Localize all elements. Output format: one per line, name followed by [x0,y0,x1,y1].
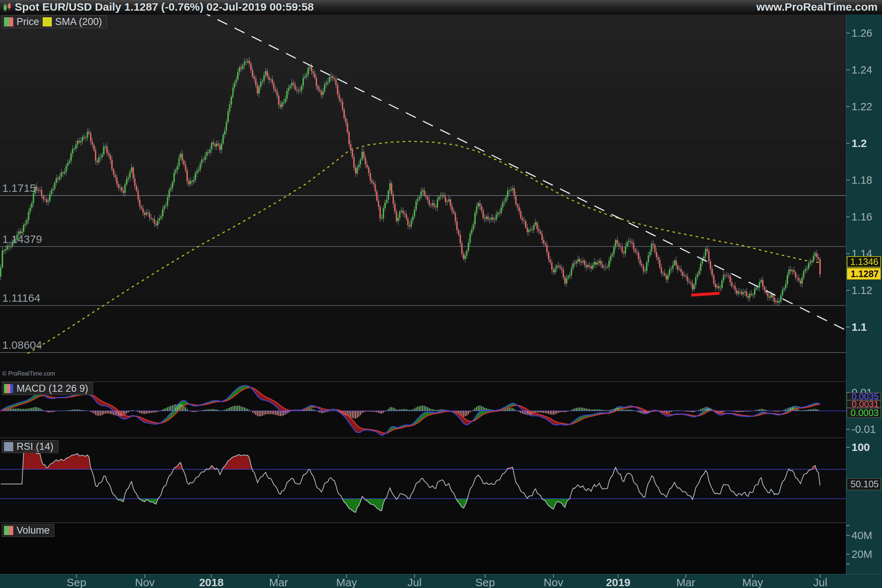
candle-body [692,284,693,290]
candle-body [223,135,224,144]
price-level-label: 1.1715 [2,182,36,194]
candle-body [429,200,430,205]
candle-body [180,154,181,158]
candle-body [348,132,350,144]
candle-body [260,82,261,87]
candle-body [508,190,510,191]
axis-tick [846,564,850,564]
rsi-panel[interactable] [0,440,846,523]
candle-body [290,86,291,88]
candle-body [160,216,161,219]
candle-body [663,273,664,274]
candle-body [568,276,569,278]
month-label: Jul [408,576,422,588]
candle-body [689,282,690,282]
candle-body [700,264,701,271]
candle-body [573,264,574,268]
legend-rsi[interactable]: RSI (14) [2,440,58,453]
candle-body [490,218,492,220]
candle-body [74,149,75,150]
candle-body [174,173,175,182]
axis-tick [846,554,850,555]
candle-body [556,266,557,268]
candle-body [764,286,765,290]
candle-body [571,268,572,275]
candle-body [607,267,608,267]
legend-macd[interactable]: MACD (12 26 9) [2,382,93,395]
candle-body [795,272,796,277]
candle-body [458,230,459,235]
candle-body [396,212,397,221]
price-panel[interactable] [0,14,846,381]
axis-tick [846,447,850,448]
candle-body [657,257,658,260]
candle-body [324,84,325,92]
candle-body [420,192,422,197]
axis-tick [846,69,850,70]
candle-body [483,211,484,218]
candle-body [465,255,466,259]
volume-panel[interactable] [0,524,846,574]
month-label: Nov [135,576,154,588]
price-axis-label: 1.12 [852,284,872,296]
rsi-axis-label: 100 [852,441,870,453]
candle-body [454,213,456,222]
candle-body [621,246,622,252]
candle-body [589,265,590,266]
candle-body [704,256,705,259]
candle-body [777,301,778,303]
candle-body [666,275,667,279]
support-segment[interactable] [691,293,720,295]
candle-body [336,80,337,85]
candle-body [136,186,137,191]
candle-body [472,224,474,230]
candle-body [286,91,287,99]
legend-sma[interactable]: SMA (200) [40,15,107,28]
candle-body [661,267,662,273]
candle-body [562,270,564,278]
month-label: Sep [66,576,86,588]
candle-body [569,275,570,276]
candle-body [758,288,759,288]
candle-body [592,265,593,268]
candle-body [113,169,114,175]
candle-body [697,274,698,277]
candle-body [376,192,377,201]
candle-body [311,67,312,71]
time-axis-strip[interactable]: SepNov2018MarMayJulSepNov2019MarMayJul [0,574,882,588]
candle-body [187,170,188,181]
candle-body [741,292,742,294]
candle-body [273,83,274,89]
candle-body [729,276,730,282]
legend-volume[interactable]: Volume [2,524,54,537]
candle-body [803,271,804,278]
candle-body [422,190,423,192]
candle-body [645,271,646,272]
website-link[interactable]: www.ProRealTime.com [756,1,882,13]
candle-body [656,252,657,257]
candle-body [596,262,597,265]
last-price-box: 1.1287 [847,268,881,280]
candle-body [87,132,88,138]
candle-body [64,172,65,174]
candle-body [355,168,356,174]
candle-body [790,269,791,271]
candle-body [283,102,284,103]
month-label: Mar [269,576,288,588]
candle-body [46,199,47,202]
candle-body [169,190,170,197]
candle-body [327,82,328,82]
candle-body [240,68,242,69]
candle-body [264,75,265,81]
candle-body [231,97,232,104]
candle-body [585,265,586,267]
chart-canvas[interactable] [0,0,882,588]
candle-body [388,191,389,200]
candle-body [499,213,500,213]
candle-body [494,219,495,220]
candle-body [257,85,258,93]
candle-body [819,260,820,274]
candle-body [270,79,271,80]
candle-body [344,110,345,118]
legend-price[interactable]: Price [2,15,44,28]
